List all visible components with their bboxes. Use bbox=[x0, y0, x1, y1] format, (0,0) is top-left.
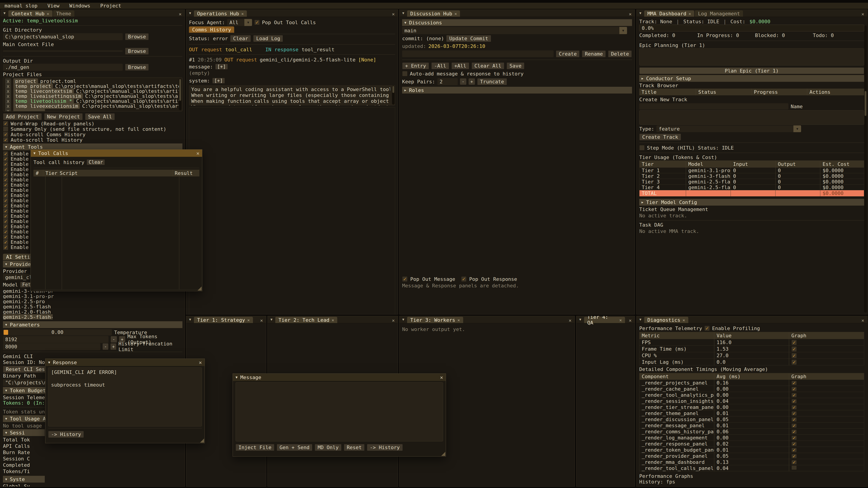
checkbox-unchecked[interactable] bbox=[639, 145, 645, 151]
close-icon[interactable]: ✕ bbox=[199, 360, 202, 365]
tab-mma-dashboard[interactable]: MMA Dashboard✕ bbox=[644, 10, 694, 17]
checkbox-unchecked[interactable] bbox=[3, 126, 8, 132]
clear-log-button[interactable]: Clear bbox=[230, 35, 251, 42]
checkbox-checked[interactable] bbox=[3, 198, 8, 203]
tab-context-hub[interactable]: Context Hub✕ bbox=[8, 10, 53, 17]
track-type-select[interactable]: feature ▼ bbox=[656, 125, 801, 132]
checkbox-checked[interactable] bbox=[3, 245, 8, 250]
close-icon[interactable]: ✕ bbox=[565, 318, 575, 323]
message-titlebar[interactable]: ▼ Message ✕ bbox=[233, 374, 446, 381]
close-icon[interactable]: ✕ bbox=[626, 318, 635, 323]
model-option[interactable]: gemini-2.0-flash bbox=[3, 309, 182, 314]
list-item[interactable]: xprojectproject.toml bbox=[5, 78, 180, 84]
minus-button[interactable]: - bbox=[111, 336, 117, 343]
main-context-file-input[interactable] bbox=[3, 51, 123, 52]
tab-log-management[interactable]: Log Management bbox=[695, 10, 743, 17]
collapse-arrow-icon[interactable]: ▼ bbox=[637, 9, 644, 17]
graph-toggle-checked[interactable] bbox=[792, 381, 797, 385]
conductor-setup-header[interactable]: ▶Conductor Setup bbox=[639, 75, 865, 82]
menu-view[interactable]: View bbox=[48, 3, 59, 8]
remove-file-button[interactable]: x bbox=[5, 98, 11, 104]
model-option[interactable]: gemini-2.5-pro bbox=[3, 299, 182, 304]
minus-button[interactable]: - bbox=[460, 78, 466, 85]
graph-toggle-checked[interactable] bbox=[792, 359, 797, 365]
clear-all-button[interactable]: Clear All bbox=[471, 62, 504, 69]
close-icon[interactable]: ✕ bbox=[619, 318, 622, 322]
checkbox-checked[interactable] bbox=[402, 276, 408, 282]
graph-toggle-checked[interactable] bbox=[792, 417, 797, 422]
checkbox-checked[interactable] bbox=[3, 172, 8, 177]
collapse-arrow-icon[interactable]: ▼ bbox=[48, 360, 50, 364]
add-entry-button[interactable]: + Entry bbox=[402, 62, 429, 69]
graph-toggle-checked[interactable] bbox=[792, 442, 797, 446]
plus-button[interactable]: + bbox=[111, 344, 116, 350]
checkbox-checked[interactable] bbox=[3, 188, 8, 193]
plus-button[interactable]: + bbox=[469, 78, 475, 85]
list-item[interactable]: xtemp_livetoolssim *C:\projects\manual_s… bbox=[5, 98, 180, 103]
tab-operations-hub[interactable]: Operations Hub✕ bbox=[194, 10, 247, 17]
menu-app[interactable]: manual slop bbox=[4, 3, 37, 8]
inject-file-button[interactable]: Inject File bbox=[236, 444, 274, 451]
tab-theme[interactable]: Theme bbox=[53, 10, 74, 17]
reset-button[interactable]: Reset bbox=[344, 444, 365, 451]
checkbox-checked[interactable] bbox=[3, 151, 8, 157]
close-icon[interactable]: ✕ bbox=[196, 151, 199, 156]
new-project-button[interactable]: New Project bbox=[44, 113, 83, 120]
graph-toggle-checked[interactable] bbox=[792, 423, 797, 428]
checkbox-checked[interactable] bbox=[3, 224, 8, 229]
main-context-browse-button[interactable]: Browse bbox=[125, 48, 149, 55]
collapse-arrow-icon[interactable]: ▼ bbox=[1, 9, 8, 17]
git-directory-input[interactable]: C:\projects\manual_slop bbox=[3, 33, 123, 40]
close-icon[interactable]: ✕ bbox=[454, 11, 457, 16]
close-icon[interactable]: ✕ bbox=[257, 318, 266, 323]
close-icon[interactable]: ✕ bbox=[440, 375, 443, 380]
checkbox-checked[interactable] bbox=[3, 162, 8, 167]
graph-toggle-checked[interactable] bbox=[792, 346, 797, 352]
graph-toggle-checked[interactable] bbox=[792, 393, 797, 397]
remove-file-button[interactable]: x bbox=[5, 103, 11, 109]
checkbox-checked[interactable] bbox=[3, 214, 8, 219]
epic-planning-input[interactable] bbox=[639, 48, 864, 66]
max-tokens-input[interactable]: 8192 bbox=[3, 336, 108, 343]
close-icon[interactable]: ✕ bbox=[247, 318, 250, 322]
collapse-all-button[interactable]: -All bbox=[431, 62, 449, 69]
model-option[interactable]: gemini-2.5-flash bbox=[3, 304, 182, 309]
discussions-header[interactable]: ▼Discussions bbox=[402, 19, 632, 26]
add-project-button[interactable]: Add Project bbox=[3, 113, 42, 120]
remove-file-button[interactable]: x bbox=[5, 93, 11, 99]
collapse-arrow-icon[interactable]: ▼ bbox=[637, 316, 644, 323]
expand-message-button[interactable]: [+] bbox=[215, 64, 228, 70]
scrollbar[interactable] bbox=[179, 78, 182, 110]
menu-project[interactable]: Project bbox=[100, 3, 121, 8]
tab-discussion-hub[interactable]: Discussion Hub✕ bbox=[407, 10, 460, 17]
checkbox-checked[interactable] bbox=[3, 132, 8, 137]
discussion-name-input[interactable] bbox=[402, 51, 554, 57]
graph-toggle-checked[interactable] bbox=[792, 435, 797, 440]
option-summary-only[interactable]: Summary Only (send file structure, not f… bbox=[3, 126, 182, 132]
graph-toggle-checked[interactable] bbox=[792, 448, 797, 452]
comms-entry-header[interactable]: #1 20:25:09 OUT request gemini_cli/gemin… bbox=[189, 56, 395, 63]
checkbox-checked[interactable] bbox=[3, 167, 8, 172]
plan-epic-button[interactable]: Plan Epic (Tier 1) bbox=[639, 67, 864, 74]
graph-toggle-checked[interactable] bbox=[792, 454, 797, 458]
checkbox-checked[interactable] bbox=[3, 156, 8, 162]
tab-tier4-qa[interactable]: Tier 4: QA✕ bbox=[584, 317, 625, 323]
model-option-selected[interactable]: gemini-2.5-flash- bbox=[3, 314, 53, 320]
list-item[interactable]: xtemp_livecontextsimC:\projects\manual_s… bbox=[5, 89, 180, 94]
scrollbar[interactable] bbox=[864, 26, 867, 313]
close-icon[interactable]: ✕ bbox=[176, 11, 185, 17]
close-icon[interactable]: ✕ bbox=[858, 318, 867, 323]
truncate-button[interactable]: Truncate bbox=[477, 78, 507, 85]
gen-send-button[interactable]: Gen + Send bbox=[277, 444, 312, 451]
checkbox-checked[interactable] bbox=[3, 177, 8, 183]
tab-comms-history[interactable]: Comms History bbox=[189, 26, 234, 33]
collapse-arrow-icon[interactable]: ▼ bbox=[577, 316, 584, 323]
remove-file-button[interactable]: x bbox=[5, 88, 11, 94]
collapse-arrow-icon[interactable]: ▼ bbox=[186, 9, 194, 17]
auto-add-option[interactable]: Auto-add message & response to history bbox=[402, 70, 632, 77]
close-icon[interactable]: ✕ bbox=[241, 11, 244, 16]
collapse-arrow-icon[interactable]: ▼ bbox=[268, 316, 275, 323]
expand-all-button[interactable]: +All bbox=[452, 62, 469, 69]
list-item[interactable]: x bbox=[5, 108, 180, 111]
scrollbar[interactable] bbox=[392, 86, 395, 105]
